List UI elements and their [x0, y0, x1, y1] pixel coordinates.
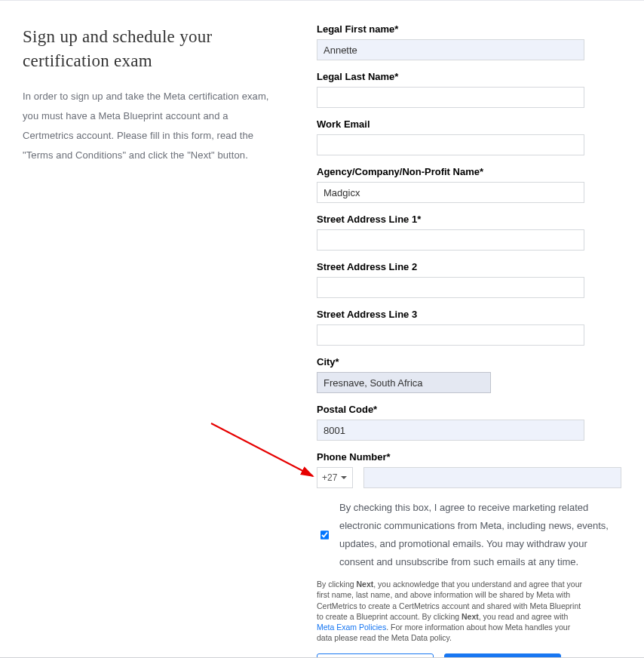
- addr2-label: Street Address Line 2: [317, 261, 621, 272]
- addr2-field[interactable]: [317, 277, 584, 298]
- first-name-label: Legal First name*: [317, 23, 621, 35]
- phone-label: Phone Number*: [317, 451, 621, 463]
- first-name-field[interactable]: [317, 39, 584, 60]
- postal-label: Postal Code*: [317, 404, 621, 415]
- company-label: Agency/Company/Non-Profit Name*: [317, 166, 621, 177]
- cancel-button[interactable]: Cancel: [317, 653, 434, 658]
- intro-text: In order to sign up and take the Meta ce…: [23, 87, 279, 165]
- postal-field[interactable]: [317, 420, 584, 441]
- chevron-down-icon: [340, 474, 348, 481]
- next-button[interactable]: Next: [444, 653, 561, 658]
- city-label: City*: [317, 356, 621, 367]
- dial-code-select[interactable]: +27: [317, 467, 353, 488]
- page-title: Sign up and schedule your certification …: [23, 25, 279, 73]
- company-field[interactable]: [317, 182, 584, 203]
- last-name-field[interactable]: [317, 87, 584, 108]
- addr3-label: Street Address Line 3: [317, 309, 621, 320]
- addr3-field[interactable]: [317, 324, 584, 346]
- last-name-label: Legal Last Name*: [317, 71, 621, 82]
- addr1-label: Street Address Line 1*: [317, 214, 621, 225]
- consent-text: By checking this box, I agree to receive…: [339, 499, 621, 571]
- dial-code-value: +27: [322, 472, 337, 483]
- legal-disclosure: By clicking Next, you acknowledge that y…: [317, 579, 584, 643]
- email-label: Work Email: [317, 118, 621, 130]
- exam-policies-link[interactable]: Meta Exam Policies: [317, 623, 386, 632]
- addr1-field[interactable]: [317, 229, 584, 251]
- city-field[interactable]: [317, 372, 491, 393]
- email-field[interactable]: [317, 134, 584, 155]
- marketing-consent-checkbox[interactable]: [320, 505, 330, 566]
- phone-field[interactable]: [363, 467, 621, 488]
